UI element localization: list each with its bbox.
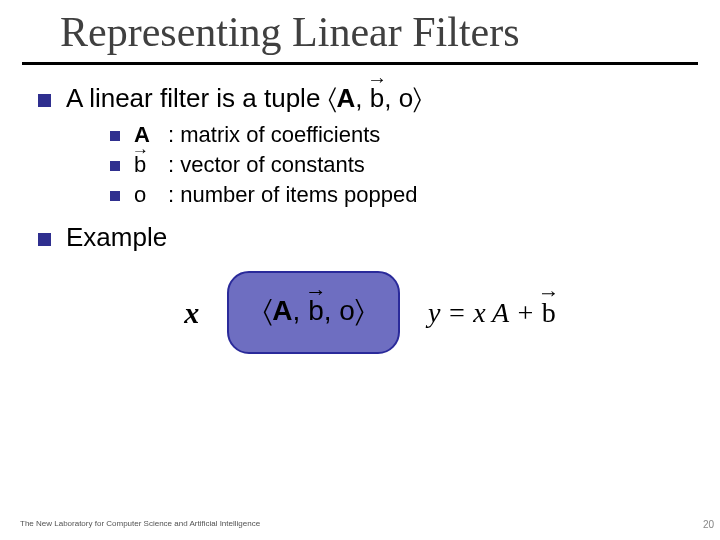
def-b-desc: : vector of constants — [168, 152, 365, 177]
angle-open: 〈 — [328, 83, 337, 113]
box-sep2: , o — [324, 295, 355, 326]
output-y: y = x A + b — [428, 297, 556, 329]
example-diagram: x 〈A, b, o〉 y = x A + b — [34, 271, 696, 354]
def-prefix: A linear filter is a tuple — [66, 83, 328, 113]
def-A: A: matrix of coefficients — [108, 122, 696, 148]
y-prefix: y = x A + — [428, 297, 542, 328]
definition-text: A linear filter is a tuple 〈A, b, o〉 — [66, 83, 422, 113]
content-area: A linear filter is a tuple 〈A, b, o〉 A: … — [0, 65, 720, 354]
tuple-b-vector: b — [370, 83, 384, 114]
angle-close: 〉 — [413, 83, 422, 113]
definition-sublist: A: matrix of coefficients b: vector of c… — [108, 122, 696, 208]
bullet-definition: A linear filter is a tuple 〈A, b, o〉 A: … — [34, 83, 696, 208]
example-label: Example — [66, 222, 167, 252]
tuple-sep2: , o — [384, 83, 413, 113]
slide: Representing Linear Filters A linear fil… — [0, 0, 720, 540]
def-o-term: o — [134, 182, 168, 208]
box-b-vector: b — [308, 295, 324, 327]
title-wrap: Representing Linear Filters — [0, 0, 720, 56]
box-angle-open: 〈 — [263, 295, 272, 326]
def-b: b: vector of constants — [108, 152, 696, 178]
page-number: 20 — [703, 519, 714, 530]
bullet-list: A linear filter is a tuple 〈A, b, o〉 A: … — [34, 83, 696, 253]
box-A: A — [272, 295, 292, 326]
slide-title: Representing Linear Filters — [60, 8, 720, 56]
input-x: x — [184, 296, 199, 330]
bullet-example: Example — [34, 222, 696, 253]
def-b-term: b — [134, 152, 146, 178]
box-angle-close: 〉 — [355, 295, 364, 326]
footer-text: The New Laboratory for Computer Science … — [20, 519, 260, 528]
y-b-vector: b — [542, 297, 556, 329]
tuple-A: A — [337, 83, 356, 113]
filter-box: 〈A, b, o〉 — [227, 271, 400, 354]
def-o: o: number of items popped — [108, 182, 696, 208]
def-A-desc: : matrix of coefficients — [168, 122, 380, 147]
def-o-desc: : number of items popped — [168, 182, 417, 207]
